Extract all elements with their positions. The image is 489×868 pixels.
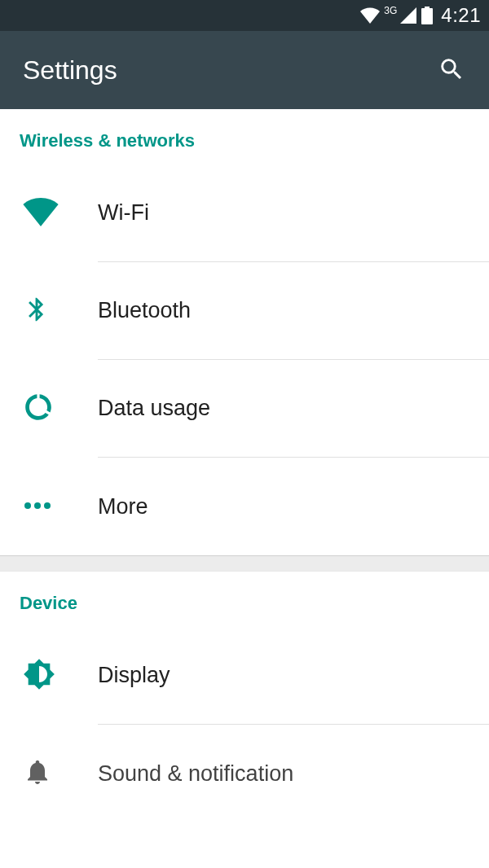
page-title: Settings [23, 55, 117, 85]
svg-point-0 [24, 502, 31, 509]
bluetooth-icon [23, 293, 51, 329]
settings-item-label: Data usage [98, 396, 210, 421]
settings-item-sound-notification[interactable]: Sound & notification [0, 725, 489, 822]
section-device: Device Display Sound & notification [0, 572, 489, 822]
app-bar: Settings [0, 31, 489, 109]
status-clock: 4:21 [441, 4, 481, 27]
settings-item-label: Sound & notification [98, 761, 293, 787]
section-header-wireless: Wireless & networks [0, 109, 489, 164]
display-icon [23, 658, 55, 694]
section-header-device: Device [0, 572, 489, 627]
search-icon [438, 55, 465, 85]
search-button[interactable] [434, 52, 469, 88]
network-type-label: 3G [384, 5, 397, 16]
settings-item-wifi[interactable]: Wi-Fi [0, 164, 489, 262]
wifi-signal-icon [359, 7, 381, 24]
data-usage-icon [23, 392, 54, 426]
settings-item-more[interactable]: More [0, 458, 489, 555]
settings-item-data-usage[interactable]: Data usage [0, 360, 489, 458]
cell-signal-icon [400, 7, 416, 24]
screen: 3G 4:21 Settings Wireless & networks Wi-… [0, 0, 489, 868]
settings-item-bluetooth[interactable]: Bluetooth [0, 262, 489, 360]
settings-item-label: Wi-Fi [98, 200, 149, 226]
wifi-icon [23, 197, 59, 230]
settings-item-label: Display [98, 663, 170, 688]
notification-icon [23, 756, 52, 791]
status-bar: 3G 4:21 [0, 0, 489, 31]
svg-point-2 [44, 502, 51, 509]
more-icon [23, 499, 52, 514]
settings-item-label: More [98, 494, 148, 519]
svg-point-1 [34, 502, 41, 509]
settings-item-label: Bluetooth [98, 298, 191, 323]
settings-item-display[interactable]: Display [0, 627, 489, 725]
section-divider [0, 555, 489, 572]
section-wireless: Wireless & networks Wi-Fi Bluetooth Data… [0, 109, 489, 555]
battery-icon [421, 7, 433, 24]
